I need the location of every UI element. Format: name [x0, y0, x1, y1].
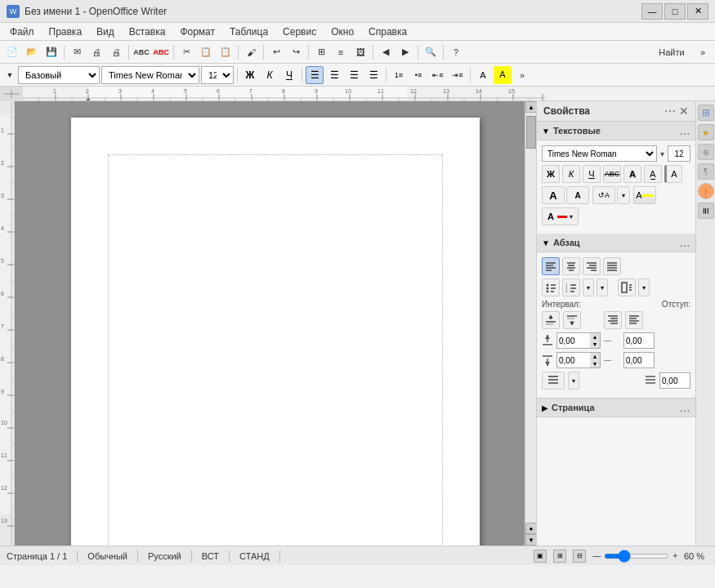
list-ordered-button[interactable]: 1≡	[390, 66, 408, 84]
style-dropdown[interactable]: Базовый	[18, 66, 100, 84]
email-button[interactable]: ✉	[68, 43, 86, 61]
props-italic-button[interactable]: К	[562, 165, 580, 183]
find-button[interactable]: Найти	[651, 43, 692, 61]
align-right-button[interactable]: ☰	[345, 66, 363, 84]
spacing-below-button[interactable]	[563, 311, 581, 329]
zoom-out-icon[interactable]: —	[592, 551, 601, 560]
para-align-center-button[interactable]	[562, 257, 580, 275]
zoom-button[interactable]: 🔍	[422, 43, 440, 61]
sidebar-menu-icon[interactable]: ≡	[698, 203, 714, 219]
spacing-above-down[interactable]: ▼	[590, 341, 600, 348]
zoom-in-icon[interactable]: +	[673, 551, 677, 560]
decrease-font-button[interactable]: A	[566, 186, 589, 204]
zoom-slider[interactable]	[604, 554, 669, 559]
font-color-picker-button[interactable]: A ▾	[542, 207, 579, 225]
redo-button[interactable]: ↪	[287, 43, 305, 61]
spellcheck-button[interactable]: ABC	[132, 43, 150, 61]
sidebar-style-icon[interactable]: ¶	[698, 163, 714, 180]
menu-table[interactable]: Таблица	[223, 24, 275, 39]
spacing-below-spinner[interactable]: ▲ ▼	[590, 353, 600, 368]
highlight-color-button[interactable]: A	[633, 186, 656, 204]
sidebar-gallery-icon[interactable]: ⊞	[698, 105, 714, 121]
italic-button[interactable]: К	[261, 66, 279, 84]
scroll-up-button[interactable]: ▲	[525, 101, 536, 113]
spacing-above-button[interactable]	[542, 311, 560, 329]
document-area[interactable]: ▲ ● ▼	[15, 101, 536, 546]
help-button[interactable]: ?	[447, 43, 465, 61]
props-size-input[interactable]	[668, 145, 690, 162]
props-extra2-button[interactable]: A	[664, 165, 682, 183]
props-strikethrough-button[interactable]: ABC	[603, 165, 621, 183]
sidebar-star-icon[interactable]: ★	[698, 124, 714, 140]
menu-file[interactable]: Файл	[3, 24, 41, 39]
cut-button[interactable]: ✂	[177, 43, 195, 61]
highlight-button[interactable]: A	[494, 66, 512, 84]
indent-more-button[interactable]: ⇥≡	[449, 66, 467, 84]
save-button[interactable]: 💾	[42, 43, 60, 61]
props-bold-button[interactable]: Ж	[542, 165, 560, 183]
para-align-justify-button[interactable]	[603, 257, 621, 275]
new-button[interactable]: 📄	[3, 43, 21, 61]
menu-insert[interactable]: Вставка	[123, 24, 172, 39]
align-left-button[interactable]: ☰	[306, 66, 324, 84]
menu-edit[interactable]: Правка	[42, 24, 89, 39]
nav2-button[interactable]: ▶	[396, 43, 414, 61]
para-list-number-dropdown[interactable]: ▾	[597, 278, 608, 296]
page-section-more-button[interactable]: …	[679, 401, 690, 414]
view-single-button[interactable]: ▣	[534, 550, 547, 563]
properties-close-button[interactable]: ✕	[679, 105, 689, 118]
minimize-button[interactable]: —	[641, 3, 663, 20]
scroll-thumb[interactable]	[526, 116, 536, 149]
sidebar-info-icon[interactable]: i	[698, 183, 714, 199]
line-spacing-dropdown[interactable]: ▾	[568, 372, 579, 390]
scroll-dot-button[interactable]: ●	[525, 523, 536, 534]
menu-tools[interactable]: Сервис	[276, 24, 323, 39]
para-align-right-button[interactable]	[583, 257, 601, 275]
spacing-above-spinner[interactable]: ▲ ▼	[590, 333, 600, 348]
undo-button[interactable]: ↩	[267, 43, 285, 61]
text-section-header[interactable]: ▼ Текстовые …	[537, 122, 695, 140]
indent-less-button[interactable]: ⇤≡	[429, 66, 447, 84]
more-tools-button[interactable]: »	[694, 43, 712, 61]
paste-button[interactable]: 📋	[217, 43, 235, 61]
sidebar-nav-icon[interactable]: ⊕	[698, 144, 714, 160]
view-book-button[interactable]: ⊟	[573, 550, 586, 563]
align-justify-button[interactable]: ☰	[364, 66, 382, 84]
align-center-button[interactable]: ☰	[325, 66, 343, 84]
spacing-below-input[interactable]	[557, 353, 590, 368]
para-section-header[interactable]: ▼ Абзац …	[537, 234, 695, 252]
print-preview-button[interactable]: 🖨	[87, 43, 105, 61]
font-dropdown[interactable]: Times New Roman	[101, 66, 199, 84]
document-text-area[interactable]	[108, 154, 443, 546]
size-dropdown[interactable]: 12	[201, 66, 234, 84]
indent-right-button[interactable]	[625, 311, 643, 329]
nav1-button[interactable]: ◀	[377, 43, 395, 61]
bold-button[interactable]: Ж	[241, 66, 259, 84]
menu-help[interactable]: Справка	[362, 24, 413, 39]
para-list-bullet-dropdown[interactable]: ▾	[583, 278, 594, 296]
increase-font-button[interactable]: A	[542, 186, 565, 204]
rotate-dropdown-button[interactable]: ▾	[617, 186, 630, 204]
para-align-left-button[interactable]	[542, 257, 560, 275]
para-section-more-button[interactable]: …	[679, 236, 690, 249]
para-list-number-button[interactable]: 1.2.3.	[562, 278, 580, 296]
para-list-bullet-button[interactable]	[542, 278, 560, 296]
line-spacing-input[interactable]	[659, 372, 690, 389]
page-section-header[interactable]: ▶ Страница …	[537, 398, 695, 417]
menu-window[interactable]: Окно	[324, 24, 360, 39]
props-shadow-button[interactable]: A	[623, 165, 641, 183]
more-button[interactable]: ≡	[332, 43, 350, 61]
scroll-down-button[interactable]: ▼	[525, 534, 536, 546]
list-bullet-button[interactable]: •≡	[409, 66, 427, 84]
copy-button[interactable]: 📋	[197, 43, 215, 61]
indent-right-input[interactable]	[623, 332, 655, 349]
spacing-below-up[interactable]: ▲	[590, 353, 600, 360]
spacing-below-down[interactable]: ▼	[590, 360, 600, 368]
menu-format[interactable]: Формат	[173, 24, 221, 39]
props-underline-button[interactable]: Ч	[583, 165, 601, 183]
para-wrap-button[interactable]	[618, 278, 636, 296]
open-button[interactable]: 📂	[23, 43, 41, 61]
underline-button[interactable]: Ч	[280, 66, 298, 84]
more-format-button[interactable]: »	[513, 66, 531, 84]
spacing-above-up[interactable]: ▲	[590, 333, 600, 341]
